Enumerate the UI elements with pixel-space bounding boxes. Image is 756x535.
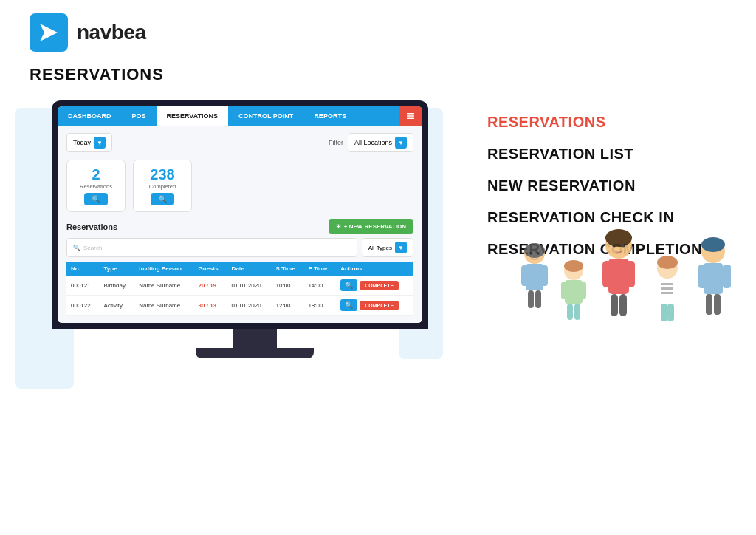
svg-point-27 xyxy=(613,244,616,248)
cell-stime: 12:00 xyxy=(272,296,304,316)
svg-point-11 xyxy=(529,252,532,255)
type-dropdown[interactable]: All Types ▼ xyxy=(362,238,413,257)
right-menu-item-1[interactable]: RESERVATION LIST xyxy=(487,140,719,168)
logo-text: navbea xyxy=(77,21,146,44)
cell-type: Activity xyxy=(100,296,135,316)
svg-rect-8 xyxy=(528,290,534,308)
page-title: RESERVATIONS xyxy=(0,65,756,93)
svg-rect-21 xyxy=(608,259,629,294)
svg-rect-44 xyxy=(714,294,721,315)
svg-rect-43 xyxy=(706,294,712,315)
nav-reservations[interactable]: RESERVATIONS xyxy=(157,106,229,126)
nav-bar: DASHBOARD POS RESERVATIONS CONTROL POINT… xyxy=(58,106,422,126)
content-area: Today ▼ Filter All Locations ▼ xyxy=(58,126,422,323)
cell-person: Name Surname xyxy=(134,276,193,296)
monitor: DASHBOARD POS RESERVATIONS CONTROL POINT… xyxy=(52,100,458,358)
reservations-count: 2 xyxy=(92,166,100,183)
svg-point-26 xyxy=(605,229,632,247)
main-layout: DASHBOARD POS RESERVATIONS CONTROL POINT… xyxy=(0,93,756,358)
svg-rect-24 xyxy=(611,294,618,316)
completed-stat-card: 238 Completed 🔍 xyxy=(133,160,192,212)
new-reservation-button[interactable]: ⊕ + NEW RESERVATION xyxy=(329,219,413,234)
svg-rect-6 xyxy=(521,265,529,286)
location-dropdown[interactable]: All Locations ▼ xyxy=(348,133,413,152)
characters-illustration xyxy=(505,218,741,366)
svg-rect-34 xyxy=(654,280,662,299)
stand-neck xyxy=(233,329,277,350)
svg-rect-35 xyxy=(673,280,681,299)
col-type: Type xyxy=(100,262,135,276)
table-header-row: No Type Inviting Person Guests Date S.Ti… xyxy=(66,262,413,276)
svg-point-12 xyxy=(537,252,540,255)
search-placeholder: Search xyxy=(83,245,102,251)
svg-point-10 xyxy=(524,243,545,258)
reservations-stat-card: 2 Reservations 🔍 xyxy=(66,160,126,212)
cell-stime: 10:00 xyxy=(272,276,304,296)
svg-rect-36 xyxy=(661,304,667,321)
reservations-header: Reservations ⊕ + NEW RESERVATION xyxy=(66,219,413,234)
cell-date: 01.01.2020 xyxy=(227,296,272,316)
svg-rect-1 xyxy=(407,113,414,115)
col-guests: Guests xyxy=(194,262,227,276)
svg-rect-25 xyxy=(619,294,627,316)
cell-actions: 🔍 COMPLETE xyxy=(336,276,413,296)
col-no: No xyxy=(66,262,100,276)
cell-no: 000122 xyxy=(66,296,100,316)
cell-no: 000121 xyxy=(66,276,100,296)
svg-rect-18 xyxy=(574,304,580,320)
filter-row: Today ▼ Filter All Locations ▼ xyxy=(66,133,413,152)
svg-rect-3 xyxy=(407,117,414,119)
location-dropdown-arrow: ▼ xyxy=(395,137,407,149)
right-menu-item-0[interactable]: RESERVATIONS xyxy=(487,108,719,137)
nav-reports[interactable]: REPORTS xyxy=(303,106,357,126)
cell-person: Name Surname xyxy=(134,296,193,316)
svg-point-19 xyxy=(564,260,583,272)
filter-label: Filter xyxy=(329,139,343,146)
monitor-stand xyxy=(52,329,458,358)
nav-control-point[interactable]: CONTROL POINT xyxy=(228,106,303,126)
svg-rect-9 xyxy=(535,290,541,308)
row-search-button[interactable]: 🔍 xyxy=(340,279,357,291)
completed-search-button[interactable]: 🔍 xyxy=(151,193,174,205)
type-dropdown-arrow: ▼ xyxy=(395,242,407,253)
svg-rect-22 xyxy=(602,261,611,287)
screen-inner: DASHBOARD POS RESERVATIONS CONTROL POINT… xyxy=(58,106,422,323)
svg-point-45 xyxy=(701,237,725,252)
svg-rect-7 xyxy=(540,265,548,286)
monitor-section: DASHBOARD POS RESERVATIONS CONTROL POINT… xyxy=(22,93,458,358)
cell-actions: 🔍 COMPLETE xyxy=(336,296,413,316)
nav-icon-button[interactable] xyxy=(399,106,422,126)
svg-rect-23 xyxy=(626,261,635,287)
reservations-section-title: Reservations xyxy=(66,222,117,231)
cell-guests: 20 / 19 xyxy=(194,276,227,296)
today-dropdown-arrow: ▼ xyxy=(94,137,106,149)
row-search-button[interactable]: 🔍 xyxy=(340,299,357,311)
svg-rect-2 xyxy=(407,115,414,117)
stand-base xyxy=(196,348,314,358)
stats-row: 2 Reservations 🔍 238 Completed 🔍 xyxy=(66,160,413,212)
reservations-label: Reservations xyxy=(80,183,112,190)
svg-rect-37 xyxy=(667,304,674,321)
nav-pos[interactable]: POS xyxy=(122,106,157,126)
nav-dashboard[interactable]: DASHBOARD xyxy=(58,106,122,126)
cell-date: 01.01.2020 xyxy=(227,276,272,296)
svg-rect-41 xyxy=(698,265,707,288)
today-dropdown[interactable]: Today ▼ xyxy=(66,133,112,152)
monitor-screen: DASHBOARD POS RESERVATIONS CONTROL POINT… xyxy=(52,100,428,329)
search-bar: 🔍 Search All Types ▼ xyxy=(66,238,413,257)
cell-guests: 30 / 13 xyxy=(194,296,227,316)
svg-point-28 xyxy=(622,244,625,248)
logo-box xyxy=(30,13,68,52)
svg-rect-42 xyxy=(723,265,731,288)
complete-button[interactable]: COMPLETE xyxy=(360,301,399,310)
right-section: RESERVATIONSRESERVATION LISTNEW RESERVAT… xyxy=(472,93,734,358)
col-etime: E.Time xyxy=(303,262,336,276)
plus-icon: ⊕ xyxy=(336,223,341,230)
right-menu-item-2[interactable]: NEW RESERVATION xyxy=(487,171,719,200)
svg-rect-16 xyxy=(580,282,586,299)
reservations-search-button[interactable]: 🔍 xyxy=(84,193,108,205)
svg-point-38 xyxy=(657,256,678,269)
cell-etime: 18:00 xyxy=(303,296,336,316)
complete-button[interactable]: COMPLETE xyxy=(360,281,399,290)
svg-rect-17 xyxy=(567,304,573,320)
